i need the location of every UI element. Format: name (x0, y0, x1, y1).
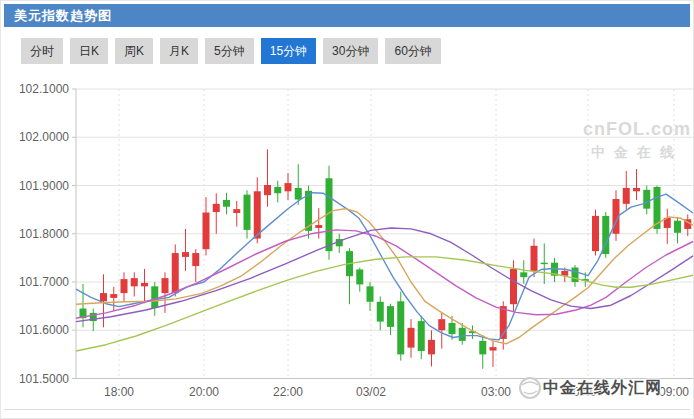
candle-body (387, 306, 394, 327)
tab-timeframe-6[interactable]: 30分钟 (323, 38, 378, 64)
candle-body (295, 188, 302, 200)
candle-body (244, 195, 251, 230)
candle-body (520, 272, 527, 277)
site-logo: 中金在线外汇网 (517, 375, 662, 401)
candle-body (418, 321, 425, 351)
candle-body (223, 200, 230, 207)
candle-body (172, 253, 179, 293)
candle-body (213, 204, 220, 212)
candle-body (449, 323, 456, 334)
x-tick-label: 09:00 (659, 385, 689, 399)
tab-timeframe-5[interactable]: 15分钟 (261, 38, 316, 64)
candle-body (459, 328, 466, 341)
candle-body (674, 221, 681, 233)
usd-index-chart-widget: 102.1000102.0000101.9000101.8000101.7000… (0, 0, 694, 419)
candle-body (541, 263, 548, 264)
site-logo-text: 中金在线外汇网 (543, 378, 662, 399)
candle-body (264, 185, 271, 195)
bottom-divider (4, 409, 690, 410)
candle-body (490, 347, 497, 350)
candle-body (623, 188, 630, 204)
candle-body (100, 293, 107, 301)
candle-body (377, 302, 384, 322)
candle-body (408, 328, 415, 348)
candle-body (479, 341, 486, 355)
tab-timeframe-3[interactable]: 月K (160, 38, 198, 64)
y-tick-label: 101.7000 (19, 275, 69, 289)
candle-body (151, 286, 158, 308)
candle-body (110, 294, 117, 298)
y-tick-label: 102.1000 (19, 82, 69, 96)
y-tick-label: 101.5000 (19, 372, 69, 386)
candle-body (203, 213, 210, 250)
candle-body (643, 190, 650, 209)
candle-body (254, 191, 261, 238)
candle-body (356, 269, 363, 284)
x-tick-label: 20:00 (189, 385, 219, 399)
candle-body (592, 216, 599, 251)
y-tick-label: 102.0000 (19, 130, 69, 144)
candle-body (192, 253, 199, 266)
y-tick-label: 101.8000 (19, 227, 69, 241)
candle-body (397, 301, 404, 354)
candle-body (233, 209, 240, 213)
timeframe-tab-bar: 分时日K周K月K5分钟15分钟30分钟60分钟 (21, 38, 441, 64)
cnfol-globe-icon (517, 375, 543, 401)
tab-timeframe-7[interactable]: 60分钟 (385, 38, 440, 64)
tab-timeframe-2[interactable]: 周K (115, 38, 153, 64)
x-tick-label: 22:00 (273, 385, 303, 399)
page-title: 美元指数趋势图 (14, 7, 112, 25)
candle-body (572, 268, 579, 282)
candle-body (633, 188, 640, 191)
candle-body (285, 183, 292, 191)
y-tick-label: 101.6000 (19, 323, 69, 337)
candle-body (162, 278, 169, 293)
candle-body (131, 278, 138, 286)
candle-body (428, 340, 435, 354)
candle-body (315, 225, 322, 228)
x-tick-label: 03:00 (481, 385, 511, 399)
candle-body (367, 286, 374, 301)
candle-body (274, 187, 281, 193)
candle-body (510, 269, 517, 304)
x-tick-label: 18:00 (104, 385, 134, 399)
x-tick-label: 03/02 (356, 385, 386, 399)
candle-body (182, 252, 189, 257)
candle-body (141, 283, 148, 286)
title-bar: 美元指数趋势图 (4, 4, 690, 27)
candle-body (121, 279, 128, 293)
tab-timeframe-0[interactable]: 分时 (21, 38, 63, 64)
tab-timeframe-4[interactable]: 5分钟 (205, 38, 254, 64)
tab-timeframe-1[interactable]: 日K (70, 38, 108, 64)
candle-body (531, 246, 538, 271)
candle-body (438, 319, 445, 330)
ma-fast-blue (76, 193, 693, 340)
y-tick-label: 101.9000 (19, 179, 69, 193)
